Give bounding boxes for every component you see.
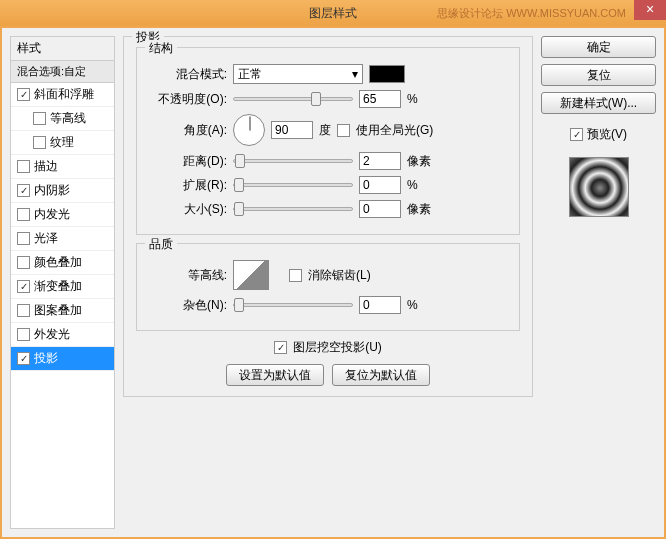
close-button[interactable]: × bbox=[634, 0, 666, 20]
angle-unit: 度 bbox=[319, 122, 331, 139]
style-checkbox[interactable] bbox=[17, 184, 30, 197]
new-style-button[interactable]: 新建样式(W)... bbox=[541, 92, 656, 114]
distance-label: 距离(D): bbox=[147, 153, 227, 170]
style-label: 等高线 bbox=[50, 110, 86, 127]
structure-group: 结构 混合模式: 正常 ▾ 不透明度(O): 65 % 角度(A): bbox=[136, 47, 520, 235]
opacity-input[interactable]: 65 bbox=[359, 90, 401, 108]
style-checkbox[interactable] bbox=[17, 88, 30, 101]
quality-legend: 品质 bbox=[145, 236, 177, 253]
style-checkbox[interactable] bbox=[17, 232, 30, 245]
reset-default-button[interactable]: 复位为默认值 bbox=[332, 364, 430, 386]
style-label: 纹理 bbox=[50, 134, 74, 151]
style-checkbox[interactable] bbox=[17, 256, 30, 269]
blend-options-header[interactable]: 混合选项:自定 bbox=[10, 60, 115, 82]
contour-label: 等高线: bbox=[147, 267, 227, 284]
style-checkbox[interactable] bbox=[17, 280, 30, 293]
content: 样式 混合选项:自定 斜面和浮雕等高线纹理描边内阴影内发光光泽颜色叠加渐变叠加图… bbox=[2, 28, 664, 537]
style-checkbox[interactable] bbox=[33, 112, 46, 125]
drop-shadow-section: 投影 结构 混合模式: 正常 ▾ 不透明度(O): 65 % bbox=[123, 36, 533, 397]
knockout-label: 图层挖空投影(U) bbox=[293, 339, 382, 356]
knockout-checkbox[interactable] bbox=[274, 341, 287, 354]
size-slider[interactable] bbox=[233, 207, 353, 211]
contour-picker[interactable] bbox=[233, 260, 269, 290]
opacity-unit: % bbox=[407, 92, 418, 106]
mid-panel: 投影 结构 混合模式: 正常 ▾ 不透明度(O): 65 % bbox=[123, 36, 533, 529]
global-light-checkbox[interactable] bbox=[337, 124, 350, 137]
style-item-8[interactable]: 渐变叠加 bbox=[11, 275, 114, 299]
size-input[interactable]: 0 bbox=[359, 200, 401, 218]
style-item-7[interactable]: 颜色叠加 bbox=[11, 251, 114, 275]
distance-slider[interactable] bbox=[233, 159, 353, 163]
style-item-0[interactable]: 斜面和浮雕 bbox=[11, 83, 114, 107]
style-label: 投影 bbox=[34, 350, 58, 367]
make-default-button[interactable]: 设置为默认值 bbox=[226, 364, 324, 386]
style-label: 描边 bbox=[34, 158, 58, 175]
distance-input[interactable]: 2 bbox=[359, 152, 401, 170]
style-label: 图案叠加 bbox=[34, 302, 82, 319]
style-item-11[interactable]: 投影 bbox=[11, 347, 114, 371]
antialias-label: 消除锯齿(L) bbox=[308, 267, 371, 284]
noise-label: 杂色(N): bbox=[147, 297, 227, 314]
blend-mode-label: 混合模式: bbox=[147, 66, 227, 83]
quality-group: 品质 等高线: 消除锯齿(L) 杂色(N): 0 % bbox=[136, 243, 520, 331]
chevron-down-icon: ▾ bbox=[352, 67, 358, 81]
spread-unit: % bbox=[407, 178, 418, 192]
style-item-6[interactable]: 光泽 bbox=[11, 227, 114, 251]
cancel-button[interactable]: 复位 bbox=[541, 64, 656, 86]
style-label: 斜面和浮雕 bbox=[34, 86, 94, 103]
style-checkbox[interactable] bbox=[17, 352, 30, 365]
structure-legend: 结构 bbox=[145, 40, 177, 57]
window-title: 图层样式 bbox=[309, 5, 357, 22]
style-label: 光泽 bbox=[34, 230, 58, 247]
distance-unit: 像素 bbox=[407, 153, 431, 170]
size-unit: 像素 bbox=[407, 201, 431, 218]
opacity-label: 不透明度(O): bbox=[147, 91, 227, 108]
style-checkbox[interactable] bbox=[33, 136, 46, 149]
style-list: 斜面和浮雕等高线纹理描边内阴影内发光光泽颜色叠加渐变叠加图案叠加外发光投影 bbox=[10, 82, 115, 529]
style-item-4[interactable]: 内阴影 bbox=[11, 179, 114, 203]
spread-input[interactable]: 0 bbox=[359, 176, 401, 194]
style-checkbox[interactable] bbox=[17, 160, 30, 173]
noise-input[interactable]: 0 bbox=[359, 296, 401, 314]
size-label: 大小(S): bbox=[147, 201, 227, 218]
opacity-slider[interactable] bbox=[233, 97, 353, 101]
titlebar: 图层样式 思缘设计论坛 WWW.MISSYUAN.COM × bbox=[0, 0, 666, 26]
style-item-10[interactable]: 外发光 bbox=[11, 323, 114, 347]
antialias-checkbox[interactable] bbox=[289, 269, 302, 282]
style-item-3[interactable]: 描边 bbox=[11, 155, 114, 179]
style-label: 外发光 bbox=[34, 326, 70, 343]
preview-checkbox[interactable] bbox=[570, 128, 583, 141]
blend-mode-select[interactable]: 正常 ▾ bbox=[233, 64, 363, 84]
angle-input[interactable]: 90 bbox=[271, 121, 313, 139]
left-panel: 样式 混合选项:自定 斜面和浮雕等高线纹理描边内阴影内发光光泽颜色叠加渐变叠加图… bbox=[10, 36, 115, 529]
style-item-5[interactable]: 内发光 bbox=[11, 203, 114, 227]
style-checkbox[interactable] bbox=[17, 328, 30, 341]
shadow-color-swatch[interactable] bbox=[369, 65, 405, 83]
styles-header: 样式 bbox=[10, 36, 115, 60]
style-checkbox[interactable] bbox=[17, 304, 30, 317]
preview-thumbnail bbox=[569, 157, 629, 217]
style-label: 颜色叠加 bbox=[34, 254, 82, 271]
spread-slider[interactable] bbox=[233, 183, 353, 187]
style-label: 内阴影 bbox=[34, 182, 70, 199]
watermark: 思缘设计论坛 WWW.MISSYUAN.COM bbox=[437, 6, 626, 21]
style-item-1[interactable]: 等高线 bbox=[11, 107, 114, 131]
style-checkbox[interactable] bbox=[17, 208, 30, 221]
spread-label: 扩展(R): bbox=[147, 177, 227, 194]
right-panel: 确定 复位 新建样式(W)... 预览(V) bbox=[541, 36, 656, 529]
ok-button[interactable]: 确定 bbox=[541, 36, 656, 58]
global-light-label: 使用全局光(G) bbox=[356, 122, 433, 139]
angle-dial[interactable] bbox=[233, 114, 265, 146]
style-label: 渐变叠加 bbox=[34, 278, 82, 295]
style-label: 内发光 bbox=[34, 206, 70, 223]
style-item-9[interactable]: 图案叠加 bbox=[11, 299, 114, 323]
preview-label: 预览(V) bbox=[587, 126, 627, 143]
style-item-2[interactable]: 纹理 bbox=[11, 131, 114, 155]
noise-unit: % bbox=[407, 298, 418, 312]
noise-slider[interactable] bbox=[233, 303, 353, 307]
angle-label: 角度(A): bbox=[147, 122, 227, 139]
